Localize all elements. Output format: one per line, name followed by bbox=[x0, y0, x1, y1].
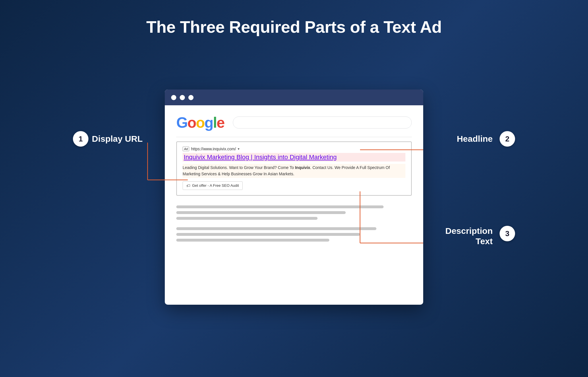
browser-titlebar bbox=[165, 90, 423, 105]
browser-divider bbox=[176, 137, 412, 137]
annotation-label-3: DescriptionText bbox=[445, 226, 493, 246]
content-line bbox=[176, 227, 376, 230]
content-line bbox=[176, 211, 346, 214]
page-title: The Three Required Parts of a Text Ad bbox=[146, 17, 442, 36]
browser-window: Google Ad https://www.inquivix.com/ ▾ In… bbox=[165, 90, 423, 305]
browser-dot-2 bbox=[180, 95, 185, 100]
line-block-1 bbox=[176, 205, 412, 220]
annotation-circle-3: 3 bbox=[500, 226, 515, 241]
ad-description: Leading Digital Solutions. Want to Grow … bbox=[183, 164, 405, 178]
annotation-label-2: Headline bbox=[457, 134, 493, 144]
line-block-2 bbox=[176, 227, 412, 242]
annotation-circle-2: 2 bbox=[500, 131, 515, 147]
browser-dot-3 bbox=[188, 95, 194, 100]
annotation-description: 3 DescriptionText bbox=[445, 226, 515, 246]
content-line bbox=[176, 239, 329, 242]
ad-badge: Ad bbox=[183, 147, 189, 151]
content-area: Google Ad https://www.inquivix.com/ ▾ In… bbox=[64, 54, 524, 341]
annotation-label-1: Display URL bbox=[92, 134, 143, 144]
content-line bbox=[176, 217, 318, 220]
annotation-circle-1: 1 bbox=[73, 131, 88, 147]
content-lines bbox=[176, 203, 412, 252]
ad-headline: Inquivix Marketing Blog | Insights into … bbox=[183, 153, 405, 162]
ad-dropdown-arrow: ▾ bbox=[238, 147, 239, 151]
content-line bbox=[176, 205, 384, 208]
ad-url-line: Ad https://www.inquivix.com/ ▾ bbox=[183, 147, 405, 151]
browser-body: Google Ad https://www.inquivix.com/ ▾ In… bbox=[165, 105, 423, 261]
browser-dot-1 bbox=[171, 95, 176, 100]
google-search-bar[interactable] bbox=[233, 116, 412, 129]
ad-box: Ad https://www.inquivix.com/ ▾ Inquivix … bbox=[176, 141, 412, 196]
ad-url-text: https://www.inquivix.com/ bbox=[191, 147, 236, 151]
annotation-display-url: 1 Display URL bbox=[73, 131, 143, 147]
sitelink-label: Get offer - A Free SEO Audit bbox=[192, 183, 239, 188]
sitelink-icon: 🏷 bbox=[186, 183, 190, 188]
ad-sitelink[interactable]: 🏷 Get offer - A Free SEO Audit bbox=[183, 181, 243, 190]
annotation-headline: 2 Headline bbox=[457, 131, 515, 147]
google-header: Google bbox=[176, 114, 412, 131]
google-logo: Google bbox=[176, 114, 224, 131]
content-line bbox=[176, 233, 360, 236]
